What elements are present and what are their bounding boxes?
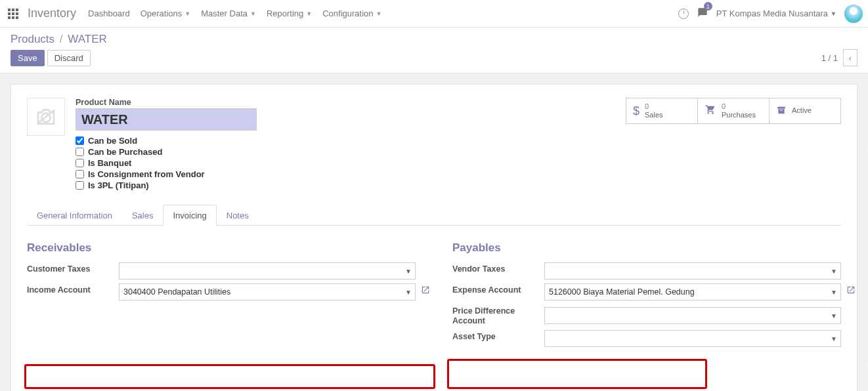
archive-icon [776,104,787,118]
chevron-down-icon: ▼ [376,10,382,17]
external-link-icon[interactable] [846,285,856,297]
svg-rect-3 [778,109,784,113]
schedule-icon[interactable] [678,9,689,19]
label-expense-account: Expense Account [452,283,544,295]
topbar: Inventory Dashboard Operations▼ Master D… [0,0,868,28]
input-customer-taxes[interactable] [119,262,416,279]
checkbox-3pl[interactable] [76,181,84,190]
nav-menu: Dashboard Operations▼ Master Data▼ Repor… [88,9,678,18]
msg-badge: 1 [704,2,712,10]
pager-pos: 1 / 1 [821,53,838,63]
stat-sales[interactable]: $ 0Sales [626,98,698,124]
col-receivables: Receivables Customer Taxes ▼ Income Acco… [27,241,416,351]
chevron-down-icon: ▼ [306,10,312,17]
company-selector[interactable]: PT Kompas Media Nusantara▼ [716,9,836,18]
svg-rect-2 [777,106,785,108]
breadcrumb: Products / WATER [11,33,107,46]
label-vendor-taxes: Vendor Taxes [452,262,544,274]
input-asset-type[interactable] [544,330,841,347]
dollar-icon: $ [633,104,640,118]
checkbox-consignment[interactable] [76,170,84,178]
pager: 1 / 1 ‹ [821,49,857,66]
pager-prev[interactable]: ‹ [843,49,857,66]
checkbox-banquet[interactable] [76,159,84,167]
input-vendor-taxes[interactable] [544,262,841,279]
label-customer-taxes: Customer Taxes [27,262,119,274]
discard-button[interactable]: Discard [47,50,91,66]
stat-active[interactable]: Active [769,98,841,124]
tabs: General Information Sales Invoicing Note… [27,205,841,226]
form-sheet: Product Name Can be Sold Can be Purchase… [11,84,857,391]
tab-invoicing[interactable]: Invoicing [163,205,216,226]
nav-configuration[interactable]: Configuration▼ [322,9,381,18]
highlight-expense-account [447,359,707,389]
apps-launcher-icon[interactable] [8,9,18,19]
checkbox-sold[interactable] [76,136,84,145]
breadcrumb-current: WATER [68,33,107,45]
external-link-icon[interactable] [421,285,430,297]
tab-sales[interactable]: Sales [122,205,163,226]
input-price-diff[interactable] [544,307,841,324]
stat-buttons: $ 0Sales 0Purchases Active [626,98,841,192]
stat-purchases[interactable]: 0Purchases [697,98,770,124]
chevron-down-icon: ▼ [184,10,190,17]
subheader: Products / WATER Save Discard 1 / 1 ‹ [0,28,868,73]
input-expense-account[interactable] [544,283,841,300]
tab-notes[interactable]: Notes [217,205,259,226]
cart-icon [705,104,716,118]
col-payables: Payables Vendor Taxes ▼ Expense Account … [452,241,841,351]
nav-reporting[interactable]: Reporting▼ [267,9,312,18]
input-income-account[interactable] [119,283,416,300]
highlight-income-account [24,364,435,389]
section-receivables: Receivables [27,241,416,255]
app-title: Inventory [28,7,76,20]
product-name-input[interactable] [76,108,257,131]
tab-general[interactable]: General Information [27,205,122,226]
svg-rect-4 [780,110,783,110]
save-button[interactable]: Save [11,50,45,66]
label-asset-type: Asset Type [452,330,544,342]
breadcrumb-root[interactable]: Products [11,33,54,45]
section-payables: Payables [452,241,841,255]
chevron-down-icon: ▼ [250,10,256,17]
label-price-diff: Price Difference Account [452,304,544,326]
avatar[interactable] [844,5,863,23]
label-income-account: Income Account [27,283,119,295]
nav-dashboard[interactable]: Dashboard [88,9,130,18]
messages-icon[interactable]: 1 [697,7,708,20]
product-name-label: Product Name [76,98,257,107]
nav-operations[interactable]: Operations▼ [141,9,191,18]
product-image[interactable] [27,98,65,136]
checkbox-purchased[interactable] [76,148,84,156]
nav-masterdata[interactable]: Master Data▼ [201,9,256,18]
